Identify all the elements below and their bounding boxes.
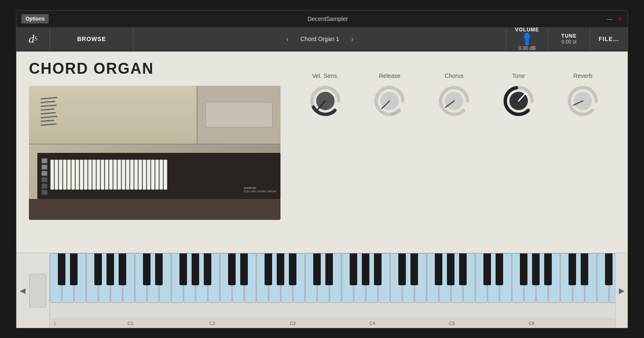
minimize-button[interactable]: —	[607, 15, 613, 22]
browse-button[interactable]: BROWSE	[50, 27, 134, 51]
black-key[interactable]	[179, 253, 187, 285]
black-key[interactable]	[143, 253, 151, 285]
volume-value: 0.00 dB	[518, 45, 535, 51]
key-label-c6: C6	[529, 321, 535, 326]
release-label: Release	[379, 72, 400, 79]
controls-area: Vel. Sens. Release	[293, 60, 615, 244]
organ-top	[29, 86, 280, 144]
volume-slider-area	[524, 33, 530, 45]
next-preset-button[interactable]: ›	[348, 33, 357, 45]
keyboard-section: ◀ ) C1 C2 C3 C4 C5 C6	[16, 253, 628, 328]
black-key[interactable]	[483, 253, 491, 285]
black-key[interactable]	[496, 253, 503, 285]
options-button[interactable]: Options	[21, 14, 49, 23]
black-key[interactable]	[350, 253, 357, 285]
tone-label: Tone	[512, 72, 525, 79]
black-key[interactable]	[119, 253, 126, 285]
knob-group-tone: Tone	[502, 72, 535, 118]
black-key[interactable]	[192, 253, 199, 285]
key-label-c5: C5	[449, 321, 455, 326]
black-key[interactable]	[58, 253, 65, 285]
reverb-knob[interactable]	[566, 84, 600, 118]
file-button[interactable]: FILE…	[590, 27, 628, 51]
app-title: DecentSampler	[49, 15, 607, 22]
prev-preset-button[interactable]: ‹	[283, 33, 292, 45]
scroll-left-arrow[interactable]: ◀	[20, 286, 26, 295]
close-button[interactable]: ✕	[618, 15, 623, 22]
black-key[interactable]	[70, 253, 78, 285]
release-knob[interactable]	[373, 84, 406, 118]
black-key[interactable]	[106, 253, 114, 285]
label-bar: ) C1 C2 C3 C4 C5 C6	[50, 319, 615, 328]
black-key[interactable]	[435, 253, 442, 285]
volume-slider[interactable]	[524, 33, 530, 45]
vel-sens-knob[interactable]	[309, 84, 342, 118]
tune-value: 0.00 st	[561, 39, 576, 45]
black-key[interactable]	[265, 253, 272, 285]
volume-section: VOLUME 0.00 dB	[506, 27, 548, 51]
black-key[interactable]	[94, 253, 102, 285]
organ-body: bontempi ELECTRIC CHORD ORGAN	[29, 86, 280, 220]
window-controls: — ✕	[607, 15, 623, 22]
knob-group-release: Release	[373, 72, 406, 118]
key-label-c2: C2	[209, 321, 215, 326]
black-key[interactable]	[228, 253, 236, 285]
keyboard-container: ) C1 C2 C3 C4 C5 C6	[50, 253, 615, 328]
main-content: CHORD ORGAN	[16, 52, 628, 328]
black-key[interactable]	[374, 253, 382, 285]
instrument-area: CHORD ORGAN	[16, 52, 628, 253]
nav-bar: dS BROWSE ‹ Chord Organ 1 › VOLUME 0.00 …	[16, 27, 628, 52]
vel-sens-label: Vel. Sens.	[312, 72, 338, 79]
black-key[interactable]	[520, 253, 527, 285]
black-key[interactable]	[410, 253, 418, 285]
chorus-label: Chorus	[444, 72, 463, 79]
knob-group-chorus: Chorus	[437, 72, 471, 118]
ds-logo: dS	[16, 27, 50, 51]
knob-row: Vel. Sens. Release	[293, 64, 615, 118]
pitch-bend-control[interactable]	[29, 274, 46, 307]
key-label-0: )	[54, 321, 56, 326]
black-key[interactable]	[398, 253, 406, 285]
tone-knob[interactable]	[502, 84, 535, 118]
black-key[interactable]	[605, 253, 613, 285]
reverb-label: Reverb	[574, 72, 592, 79]
keyboard-scroll-right[interactable]: ▶	[615, 253, 628, 328]
black-key[interactable]	[155, 253, 163, 285]
tune-label: TUNE	[561, 33, 577, 39]
key-label-c4: C4	[369, 321, 375, 326]
black-key[interactable]	[325, 253, 333, 285]
keyboard-scroll-left: ◀	[16, 253, 50, 328]
title-bar: Options DecentSampler — ✕	[16, 10, 628, 27]
preset-nav: ‹ Chord Organ 1 ›	[134, 27, 506, 51]
organ-speaker	[37, 94, 71, 136]
black-key[interactable]	[581, 253, 588, 285]
black-key[interactable]	[362, 253, 369, 285]
black-key[interactable]	[532, 253, 540, 285]
app-window: Options DecentSampler — ✕ dS BROWSE ‹ Ch…	[16, 10, 628, 328]
black-key[interactable]	[289, 253, 296, 285]
black-key[interactable]	[277, 253, 284, 285]
instrument-title: CHORD ORGAN	[29, 60, 280, 77]
key-label-c3: C3	[290, 321, 296, 326]
black-key[interactable]	[204, 253, 211, 285]
instrument-image: bontempi ELECTRIC CHORD ORGAN	[29, 86, 280, 220]
black-key[interactable]	[240, 253, 248, 285]
tune-section: TUNE 0.00 st	[548, 27, 590, 51]
knob-group-reverb: Reverb	[566, 72, 600, 118]
black-key[interactable]	[313, 253, 321, 285]
logo-sub: S	[34, 36, 37, 42]
black-key[interactable]	[459, 253, 467, 285]
black-key[interactable]	[569, 253, 576, 285]
chorus-knob[interactable]	[437, 84, 471, 118]
black-key[interactable]	[544, 253, 552, 285]
black-key[interactable]	[447, 253, 454, 285]
key-label-c1: C1	[127, 321, 133, 326]
knob-group-vel-sens: Vel. Sens.	[309, 72, 342, 118]
volume-label: VOLUME	[515, 27, 539, 33]
preset-name: Chord Organ 1	[301, 36, 340, 42]
